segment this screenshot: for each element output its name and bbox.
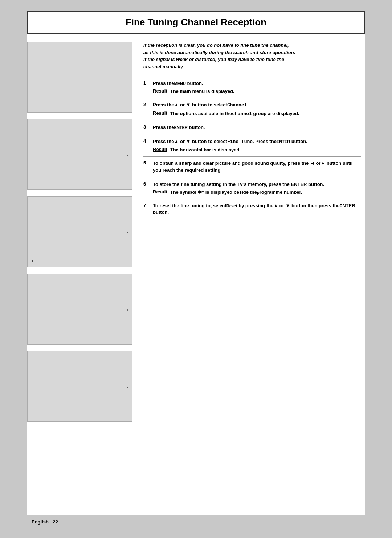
screenshot-5 — [27, 351, 132, 422]
page-title: Fine Tuning Channel Reception — [126, 17, 266, 28]
step-main-1: Press theMENU button. — [153, 80, 361, 87]
intro-paragraph: If the reception is clear, you do not ha… — [143, 42, 361, 70]
step-number-1: 1 — [143, 77, 151, 98]
footer-text: English - 22 — [32, 519, 58, 525]
step-number-4: 4 — [143, 135, 151, 156]
step-row-7: 7 To reset the fine tuning to, selectRes… — [143, 199, 361, 220]
step-row-1: 1 Press theMENU button. Result The main … — [143, 77, 361, 98]
step-row-4: 4 Press the▲ or ▼ button to selectFine T… — [143, 135, 361, 156]
main-content: If the reception is clear, you do not ha… — [143, 42, 365, 220]
step-main-5: To obtain a sharp and clear picture and … — [153, 160, 361, 173]
result-label-6: Result — [153, 189, 167, 195]
step-main-7: To reset the fine tuning to, selectReset… — [153, 203, 361, 216]
step-content-3: Press theENTER button. — [151, 121, 361, 135]
step-content-5: To obtain a sharp and clear picture and … — [151, 157, 361, 178]
sidebar: P 1 — [27, 42, 136, 428]
result-label-1: Result — [153, 88, 167, 94]
step-content-4: Press the▲ or ▼ button to selectFine Tun… — [151, 135, 361, 156]
step-number-5: 5 — [143, 157, 151, 178]
step-main-4: Press the▲ or ▼ button to selectFine Tun… — [153, 138, 361, 145]
step-content-7: To reset the fine tuning to, selectReset… — [151, 199, 361, 220]
step-result-2: Result The options available in thechann… — [153, 110, 361, 117]
step-row-3: 3 Press theENTER button. — [143, 121, 361, 135]
screenshot-2 — [27, 119, 132, 190]
dot-5 — [127, 387, 128, 388]
result-text-6: The symbol ✱” is displayed beside thepro… — [170, 189, 302, 196]
dot-4 — [127, 309, 128, 311]
step-row-2: 2 Press the▲ or ▼ button to selectChanne… — [143, 98, 361, 121]
step-result-6: Result The symbol ✱” is displayed beside… — [153, 189, 361, 196]
step-content-1: Press theMENU button. Result The main me… — [151, 77, 361, 98]
screenshot-3-label: P 1 — [32, 259, 38, 263]
step-content-6: To store the fine tuning setting in the … — [151, 178, 361, 199]
step-main-2: Press the▲ or ▼ button to selectChannel. — [153, 102, 361, 109]
result-label-2: Result — [153, 110, 167, 116]
screenshot-1 — [27, 42, 132, 113]
step-result-1: Result The main menu is displayed. — [153, 88, 361, 95]
step-row-6: 6 To store the fine tuning setting in th… — [143, 178, 361, 199]
step-main-6: To store the fine tuning setting in the … — [153, 181, 361, 188]
step-number-3: 3 — [143, 121, 151, 135]
step-number-6: 6 — [143, 178, 151, 199]
result-text-1: The main menu is displayed. — [170, 88, 234, 95]
step-number-7: 7 — [143, 199, 151, 220]
result-label-4: Result — [153, 147, 167, 152]
step-main-3: Press theENTER button. — [153, 124, 361, 131]
footer: English - 22 — [27, 516, 136, 527]
step-number-2: 2 — [143, 98, 151, 121]
dot-3 — [127, 232, 128, 233]
step-row-5: 5 To obtain a sharp and clear picture an… — [143, 157, 361, 178]
result-text-4: The horizontal bar is displayed. — [170, 147, 241, 153]
step-result-4: Result The horizontal bar is displayed. — [153, 147, 361, 153]
page: Fine Tuning Channel Reception P 1 If the… — [0, 0, 392, 538]
screenshot-3: P 1 — [27, 196, 132, 267]
result-text-2: The options available in thechannel grou… — [170, 110, 299, 117]
dot-2 — [127, 155, 128, 156]
steps-table: 1 Press theMENU button. Result The main … — [143, 77, 361, 220]
step-content-2: Press the▲ or ▼ button to selectChannel.… — [151, 98, 361, 121]
screenshot-4 — [27, 274, 132, 345]
title-bar: Fine Tuning Channel Reception — [27, 11, 365, 34]
